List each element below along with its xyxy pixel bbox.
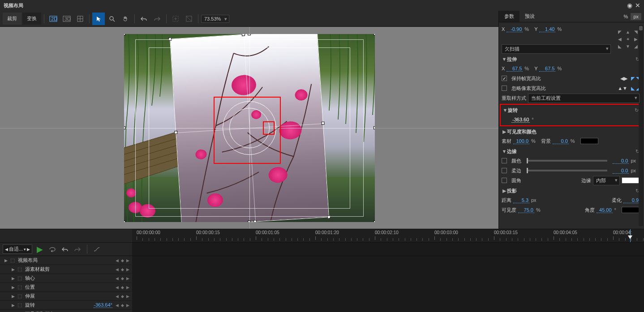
tab-presets[interactable]: 预设 <box>519 11 540 22</box>
track-row[interactable]: ▶⬚轴心◀◆▶ <box>0 274 132 283</box>
edge-color-checkbox[interactable] <box>502 158 507 163</box>
pos-x-value[interactable]: -0.90 <box>507 26 523 32</box>
section-visibility[interactable]: ▶可见度和颜色 <box>502 127 640 136</box>
tab-crop[interactable]: 裁剪 <box>3 13 21 25</box>
hand-tool-icon[interactable] <box>119 13 132 25</box>
add-kf-icon[interactable]: ◆ <box>120 258 125 263</box>
curve-icon[interactable] <box>92 244 102 254</box>
grid-icon[interactable] <box>74 13 86 25</box>
flip-h-icon[interactable]: ◀▶ <box>620 76 627 81</box>
select-tool-icon[interactable] <box>92 13 105 25</box>
mode-3d-icon[interactable]: 3D <box>60 13 73 25</box>
add-kf-icon[interactable]: ◆ <box>120 267 125 272</box>
track-row[interactable]: ▶⬚旋转-363.64°◀◆▶ <box>0 301 132 310</box>
add-kf-icon[interactable]: ◆ <box>120 285 125 290</box>
safe-frame-icon[interactable] <box>169 13 182 25</box>
edge-soft-slider[interactable] <box>527 170 607 171</box>
tab-params[interactable]: 参数 <box>499 11 519 22</box>
undo-icon[interactable] <box>137 13 150 25</box>
track-value[interactable]: -363.64° <box>94 302 112 308</box>
mode-2d-icon[interactable]: 2D <box>47 13 60 25</box>
overscan-select[interactable]: 欠扫描 <box>502 44 611 54</box>
tl-redo-icon[interactable] <box>73 244 82 254</box>
bg-color-swatch[interactable] <box>580 138 598 144</box>
redo-icon[interactable] <box>151 13 163 25</box>
keyframe-icon[interactable]: ⬚ <box>10 257 15 263</box>
params-scrollbar[interactable] <box>639 25 643 226</box>
loop-button[interactable] <box>47 244 57 254</box>
edge-soft-value[interactable]: 0.0 <box>613 168 629 174</box>
keep-aspect-checkbox[interactable] <box>502 76 507 81</box>
keyframe-icon[interactable]: ⬚ <box>17 302 22 308</box>
next-kf-icon[interactable]: ▶ <box>125 267 130 272</box>
expand-icon[interactable]: ▶ <box>4 258 8 263</box>
unit-percent[interactable]: % <box>621 13 631 20</box>
preview-canvas[interactable] <box>0 27 498 229</box>
pos-y-value[interactable]: 1.40 <box>539 26 555 32</box>
stretch-x-value[interactable]: 67.5 <box>507 66 523 72</box>
shadow-angle-value[interactable]: 45.00 <box>597 207 613 213</box>
edge-soft-checkbox[interactable] <box>502 168 507 173</box>
next-kf-icon[interactable]: ▶ <box>125 276 130 281</box>
track-row[interactable]: ▶⬚可见度和颜色◀◆▶ <box>0 310 132 312</box>
rotate-value[interactable]: -363.60 <box>511 117 530 123</box>
resample-select[interactable]: 当前工程设置 <box>528 94 640 103</box>
next-kf-icon[interactable]: ▶ <box>125 303 130 308</box>
add-kf-icon[interactable]: ◆ <box>120 303 125 308</box>
section-edge[interactable]: ▼边缘 ↻ <box>502 147 640 156</box>
track-row[interactable]: ▶⬚源素材裁剪◀◆▶ <box>0 265 132 274</box>
bounds-icon[interactable] <box>183 13 195 25</box>
timeline-mode-select[interactable]: ◀自适...▾▶ <box>3 244 32 254</box>
shadow-soft-value[interactable]: 0.9 <box>623 197 640 203</box>
track-row[interactable]: ▶⬚位置◀◆▶ <box>0 283 132 292</box>
edge-color-slider[interactable] <box>527 160 607 162</box>
edge-color-value[interactable]: 0.0 <box>613 158 629 164</box>
keyframe-icon[interactable]: ⬚ <box>17 266 22 272</box>
edge-color-swatch[interactable] <box>622 177 640 184</box>
section-rotate[interactable]: ▼旋转 ↻ <box>502 106 639 115</box>
expand-icon[interactable]: ▶ <box>11 276 15 281</box>
close-icon[interactable]: ✕ <box>635 2 640 9</box>
next-kf-icon[interactable]: ▶ <box>125 258 130 263</box>
flip-v-icon[interactable]: ▲▼ <box>618 85 627 91</box>
keyframe-icon[interactable]: ⬚ <box>17 284 22 290</box>
track-row[interactable]: ▶⬚伸展◀◆▶ <box>0 292 132 301</box>
expand-icon[interactable]: ▶ <box>11 303 15 308</box>
expand-icon[interactable]: ▶ <box>11 294 15 299</box>
prev-kf-icon[interactable]: ◀ <box>114 285 120 290</box>
minimize-icon[interactable]: ◉ <box>627 2 632 9</box>
section-shadow[interactable]: ▶投影 ↻ <box>502 186 640 195</box>
play-button[interactable]: ▶ <box>35 244 45 254</box>
tracks-area[interactable] <box>132 256 644 312</box>
bg-value[interactable]: 0.0 <box>553 138 569 144</box>
prev-kf-icon[interactable]: ◀ <box>114 267 120 272</box>
ignore-pixel-checkbox[interactable] <box>502 85 507 91</box>
prev-kf-icon[interactable]: ◀ <box>114 303 120 308</box>
zoom-select[interactable]: 73.53%▾ <box>201 15 229 23</box>
next-kf-icon[interactable]: ▶ <box>125 285 130 290</box>
prev-kf-icon[interactable]: ◀ <box>114 276 120 281</box>
section-stretch[interactable]: ▼拉伸 ↻ <box>502 55 640 64</box>
expand-icon[interactable]: ▶ <box>11 267 15 272</box>
prev-kf-icon[interactable]: ◀ <box>114 294 120 299</box>
edge-round-checkbox[interactable] <box>502 178 507 183</box>
track-row[interactable]: ▶⬚视频布局◀◆▶ <box>0 256 132 265</box>
stretch-y-value[interactable]: 67.5 <box>539 66 555 72</box>
shadow-dist-value[interactable]: 5.3 <box>513 197 529 203</box>
next-kf-icon[interactable]: ▶ <box>125 294 130 299</box>
shadow-color-swatch[interactable] <box>622 207 640 213</box>
reset-icon[interactable]: ↻ <box>635 107 639 113</box>
edge-border-select[interactable]: 内部 <box>593 176 620 185</box>
tab-transform[interactable]: 变换 <box>22 13 41 25</box>
zoom-tool-icon[interactable] <box>106 13 118 25</box>
keyframe-icon[interactable]: ⬚ <box>17 293 22 299</box>
add-kf-icon[interactable]: ◆ <box>120 294 125 299</box>
material-value[interactable]: 100.0 <box>513 138 529 144</box>
keyframe-icon[interactable]: ⬚ <box>17 275 22 281</box>
nudge-pad[interactable]: ◤▲◥ ◀✦▶ ◣▼◢ <box>616 29 640 49</box>
unit-px[interactable]: px <box>631 13 641 20</box>
shadow-vis-value[interactable]: 75.0 <box>518 207 534 213</box>
time-ruler[interactable]: 00:00:00:0000:00:00:1500:00:01:0500:00:0… <box>132 229 644 242</box>
tl-undo-icon[interactable] <box>60 244 70 254</box>
expand-icon[interactable]: ▶ <box>11 285 15 290</box>
